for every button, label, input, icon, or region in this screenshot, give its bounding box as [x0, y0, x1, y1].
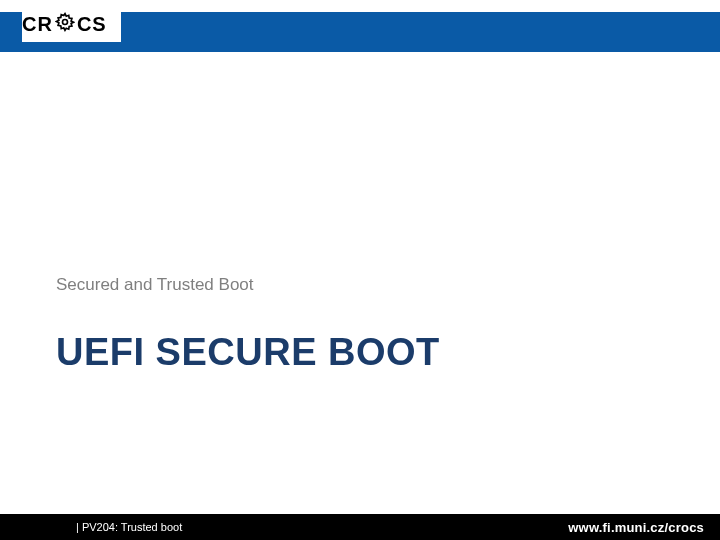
footer: | PV204: Trusted boot www.fi.muni.cz/cro… — [0, 514, 720, 540]
crocs-logo: CR CS — [22, 12, 107, 36]
header: CR CS — [0, 0, 720, 62]
content-area: Secured and Trusted Boot UEFI SECURE BOO… — [56, 275, 680, 374]
logo-container: CR CS — [22, 6, 121, 42]
slide: CR CS Secured and Trusted Boot UEFI SECU… — [0, 0, 720, 540]
gear-icon — [55, 12, 75, 36]
page-title: UEFI SECURE BOOT — [56, 331, 680, 374]
logo-text-left: CR — [22, 13, 53, 36]
logo-text-right: CS — [77, 13, 107, 36]
svg-point-0 — [62, 20, 67, 25]
section-kicker: Secured and Trusted Boot — [56, 275, 680, 295]
footer-url: www.fi.muni.cz/crocs — [568, 520, 704, 535]
footer-course-label: | PV204: Trusted boot — [76, 521, 182, 533]
